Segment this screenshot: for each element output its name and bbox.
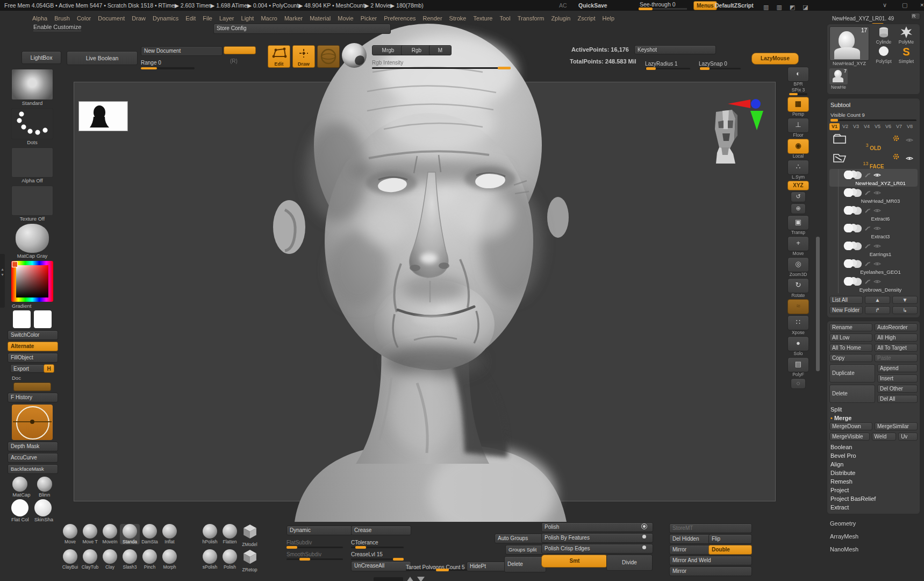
menu-zscript[interactable]: Zscript xyxy=(577,15,595,22)
move-into-folder-button[interactable]: ↳ xyxy=(892,306,918,314)
all-to-home-button[interactable]: All To Home xyxy=(829,344,872,352)
minimize-icon[interactable]: ∨ xyxy=(883,2,887,9)
polyf-icon[interactable]: ▤PolyF xyxy=(786,357,811,377)
subtool-folder-face[interactable]: 13 FACE xyxy=(829,151,918,169)
hidept-button[interactable]: HidePt xyxy=(467,562,507,571)
mirror2-button[interactable]: Mirror xyxy=(669,566,752,576)
paste-button[interactable]: Paste xyxy=(875,354,918,362)
material-sphere-button[interactable] xyxy=(342,43,367,68)
visible-count-slider[interactable]: Visible Count 9 xyxy=(829,109,918,121)
m-button[interactable]: M xyxy=(429,45,452,55)
paint-brush-icon[interactable] xyxy=(864,279,871,284)
boolean-section[interactable]: Boolean xyxy=(829,443,918,451)
polish-by-features-toggle-icon[interactable] xyxy=(642,535,646,539)
brush-mode-icon[interactable]: ≈ xyxy=(786,299,811,314)
draw-button[interactable]: Draw xyxy=(292,45,315,68)
lsym-icon[interactable]: ∴ xyxy=(787,160,809,175)
see-through-knob[interactable] xyxy=(639,8,653,10)
merge-section[interactable]: • Merge xyxy=(829,414,918,422)
subtool-header[interactable]: Subtool xyxy=(829,101,918,109)
nav-up-arrow[interactable] xyxy=(406,577,414,581)
nav-down-arrow[interactable] xyxy=(417,577,425,581)
menu-draw[interactable]: Draw xyxy=(132,15,146,22)
transp-icon[interactable]: ▣ xyxy=(787,215,809,230)
brush-polish[interactable]: Polish xyxy=(220,549,240,570)
all-to-target-button[interactable]: All To Target xyxy=(875,344,918,352)
brush-clay[interactable]: Clay xyxy=(100,549,120,570)
mirror-button[interactable]: Mirror xyxy=(669,545,711,555)
ctolerance-slider[interactable]: CTolerance xyxy=(351,537,405,548)
merge-down-button[interactable]: MergeDown xyxy=(829,422,872,430)
brush-standa[interactable]: Standa xyxy=(120,524,140,544)
mrgb-button[interactable]: Mrgb xyxy=(372,45,404,55)
tool-slot-polyspt[interactable]: PolySpt xyxy=(872,46,895,64)
depth-mask-widget[interactable] xyxy=(12,405,53,440)
split-section[interactable]: Split xyxy=(829,405,918,414)
subtool-tab-v2[interactable]: V2 xyxy=(840,123,850,130)
delete-button[interactable]: Delete xyxy=(829,385,875,403)
material-slot[interactable]: MatCap Gray xyxy=(8,224,57,259)
xyz-icon[interactable]: XYZ xyxy=(786,181,811,190)
brush-flatten[interactable]: Flatten xyxy=(220,524,240,544)
move-out-folder-button[interactable]: ↱ xyxy=(865,306,890,314)
auto-groups-button[interactable]: Auto Groups xyxy=(495,534,548,543)
document-thumbnail[interactable] xyxy=(78,101,128,131)
menu-transform[interactable]: Transform xyxy=(518,15,545,22)
tray-right2-icon[interactable]: ◪ xyxy=(803,4,808,10)
quicksave-button[interactable]: QuickSave xyxy=(578,2,607,9)
bpr-icon[interactable]: ◐BPR xyxy=(786,67,811,87)
polish-by-features-slider[interactable]: Polish By Features xyxy=(541,533,653,543)
menu-edit[interactable]: Edit xyxy=(185,15,196,22)
menu-picker[interactable]: Picker xyxy=(361,15,377,22)
rotate-icon[interactable]: ↻Rotate xyxy=(786,278,811,298)
enable-customize-button[interactable]: Enable Customize xyxy=(33,24,81,31)
del-other-button[interactable]: Del Other xyxy=(877,385,918,393)
menu-dynamics[interactable]: Dynamics xyxy=(153,15,178,22)
menu-layer[interactable]: Layer xyxy=(219,15,234,22)
xyz-icon[interactable]: XYZ xyxy=(787,181,809,190)
eye-icon[interactable] xyxy=(906,138,913,143)
doc-orange-button[interactable] xyxy=(13,382,51,391)
menu-alpha[interactable]: Alpha xyxy=(32,15,47,22)
subtool-tab-v6[interactable]: V6 xyxy=(883,123,893,130)
gear-icon[interactable] xyxy=(893,153,899,160)
tool-header-name[interactable]: NewHead_XYZ_LR01. 49 xyxy=(832,16,894,22)
subtool-tab-v1[interactable]: V1 xyxy=(829,123,840,130)
subtool-item-eyelashes_geo1[interactable]: Eyelashes_GEO1 xyxy=(829,258,918,275)
transp-icon[interactable]: ▣Transp xyxy=(786,215,811,235)
rgb-button[interactable]: Rgb xyxy=(401,45,432,55)
tray-left-icon[interactable]: ▥ xyxy=(763,4,769,10)
nanomesh-palette[interactable]: NanoMesh xyxy=(827,544,920,554)
brush-slash3[interactable]: Slash3 xyxy=(120,549,140,570)
double-button[interactable]: Double xyxy=(708,545,752,555)
menu-document[interactable]: Document xyxy=(98,15,125,22)
save-pill-button[interactable] xyxy=(224,46,256,54)
dynamic-button[interactable]: Dynamic xyxy=(286,526,352,535)
remesh-section[interactable]: Remesh xyxy=(829,477,918,486)
paint-brush-icon[interactable] xyxy=(864,172,871,178)
subtool-tab-v5[interactable]: V5 xyxy=(872,123,883,130)
merge-visible-button[interactable]: MergeVisible xyxy=(829,433,870,441)
tray-left2-icon[interactable]: ▥ xyxy=(776,4,782,10)
export-h-button[interactable]: H xyxy=(44,364,54,373)
color-picker[interactable] xyxy=(11,261,53,302)
polish-crisp-edges-slider[interactable]: Polish Crisp Edges xyxy=(541,544,653,554)
zoom-icon[interactable]: ⊕ xyxy=(786,203,811,214)
brush-morph[interactable]: Morph xyxy=(160,549,180,570)
crease-button[interactable]: Crease xyxy=(351,526,411,535)
left-splitter[interactable]: ▴▾ xyxy=(0,254,5,308)
persp-icon[interactable]: ▦Persp xyxy=(786,97,811,117)
brush-hpolish[interactable]: hPolish xyxy=(200,524,220,544)
accucurve-button[interactable]: AccuCurve xyxy=(8,453,58,463)
zoom3d-icon[interactable]: ◎Zoom3D xyxy=(786,257,811,277)
delete-hidden-button[interactable]: Delete xyxy=(504,556,546,572)
scroll-icon[interactable]: ↺ xyxy=(786,192,811,202)
geometry-palette[interactable]: Geometry xyxy=(827,519,920,528)
solo-icon[interactable]: ●Solo xyxy=(786,336,811,356)
gear-icon[interactable] xyxy=(893,135,899,141)
menu-brush[interactable]: Brush xyxy=(54,15,70,22)
backface-mask-button[interactable]: BackfaceMask xyxy=(8,464,58,474)
nav-arrows[interactable] xyxy=(406,575,425,581)
brush-zmodel[interactable]: ZModel xyxy=(240,524,260,547)
subtool-item-newhead_mr03[interactable]: NewHead_MR03 xyxy=(829,187,918,204)
